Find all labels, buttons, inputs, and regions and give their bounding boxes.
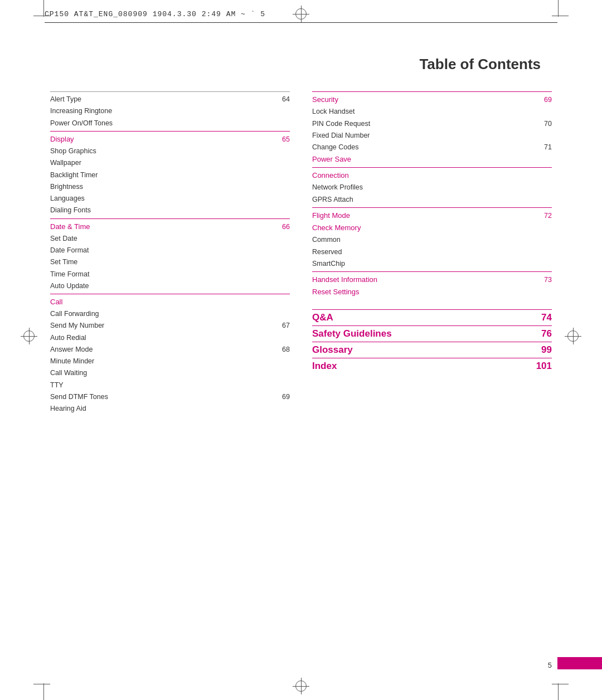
toc-entry: Auto Redial xyxy=(50,332,290,344)
entry-label: Power On/Off Tones xyxy=(50,118,273,129)
toc-entry: Network Profiles xyxy=(312,182,552,193)
entry-label: Languages xyxy=(50,193,273,205)
entry-label: Safety Guidelines xyxy=(312,328,541,339)
toc-entry: Dialing Fonts xyxy=(50,205,290,216)
toc-entry: Fixed Dial Number xyxy=(312,130,552,142)
divider xyxy=(50,218,290,219)
crop-mark xyxy=(43,0,44,17)
bottom-entry-safety: Safety Guidelines 76 xyxy=(312,325,552,342)
entry-label: Fixed Dial Number xyxy=(312,130,535,142)
toc-entry: Time Format xyxy=(50,269,290,280)
entry-label: Handset Information xyxy=(312,274,535,286)
toc-entry: PIN Code Request 70 xyxy=(312,118,552,130)
entry-page: 71 xyxy=(535,142,552,153)
crop-mark xyxy=(552,684,569,684)
entry-label: Security xyxy=(312,94,535,106)
toc-entry: Date & Time 66 xyxy=(50,221,290,233)
toc-entry: Wallpaper xyxy=(50,157,290,169)
toc-right-column: Security 69 Lock Handset PIN Code Reques… xyxy=(312,90,552,415)
toc-columns: Alert Type 64 Increasing Ringtone Power … xyxy=(50,90,552,415)
toc-entry: Handset Information 73 xyxy=(312,274,552,286)
header-bar: CP150 AT&T_ENG_080909 1904.3.30 2:49 AM … xyxy=(45,10,557,18)
toc-entry: Languages xyxy=(50,193,290,205)
entry-page: 101 xyxy=(536,361,552,372)
divider xyxy=(50,91,290,92)
toc-entry: Send My Number 67 xyxy=(50,320,290,332)
entry-label: Power Save xyxy=(312,153,535,166)
toc-entry: Connection xyxy=(312,169,552,182)
toc-entry: Set Time xyxy=(50,256,290,268)
entry-label: Set Time xyxy=(50,256,273,268)
toc-entry: Backlight Timer xyxy=(50,169,290,181)
entry-page: 68 xyxy=(273,344,290,356)
toc-entry: Date Format xyxy=(50,245,290,256)
toc-entry: Flight Mode 72 xyxy=(312,210,552,222)
entry-label: Index xyxy=(312,361,536,372)
entry-label: Flight Mode xyxy=(312,210,535,222)
toc-entry: Lock Handset xyxy=(312,106,552,118)
entry-page: 69 xyxy=(273,391,290,403)
entry-label: Change Codes xyxy=(312,142,535,153)
divider xyxy=(50,131,290,132)
crop-mark xyxy=(558,0,559,17)
bottom-entry-qa: Q&A 74 xyxy=(312,309,552,325)
toc-entry: SmartChip xyxy=(312,258,552,270)
entry-page: 72 xyxy=(535,210,552,222)
bottom-entries: Q&A 74 Safety Guidelines 76 Glossary 99 … xyxy=(312,309,552,374)
toc-entry: Call Forwarding xyxy=(50,308,290,320)
entry-label: Auto Redial xyxy=(50,332,273,344)
entry-label: Answer Mode xyxy=(50,344,273,356)
entry-label: Date & Time xyxy=(50,221,273,233)
entry-label: Auto Update xyxy=(50,280,273,292)
entry-label: TTY xyxy=(50,380,273,391)
main-content: Table of Contents Alert Type 64 Increasi… xyxy=(50,33,552,667)
entry-label: Call Forwarding xyxy=(50,308,273,320)
toc-entry: Display 65 xyxy=(50,133,290,145)
crop-mark xyxy=(558,683,559,700)
entry-label: Reserved xyxy=(312,246,535,258)
toc-entry: Call Waiting xyxy=(50,367,290,379)
bottom-entry-index: Index 101 xyxy=(312,358,552,374)
entry-label: Lock Handset xyxy=(312,106,535,118)
entry-label: Display xyxy=(50,133,273,145)
entry-label: Shop Graphics xyxy=(50,145,273,157)
entry-label: Common xyxy=(312,234,535,246)
entry-label: Increasing Ringtone xyxy=(50,105,273,117)
registration-mark xyxy=(567,330,579,342)
entry-label: SmartChip xyxy=(312,258,535,270)
divider xyxy=(312,167,552,168)
entry-label: Minute Minder xyxy=(50,356,273,367)
toc-entry: Send DTMF Tones 69 xyxy=(50,391,290,403)
entry-page: 76 xyxy=(541,328,552,339)
entry-label: Call xyxy=(50,296,273,308)
toc-entry: Hearing Aid xyxy=(50,403,290,415)
crop-mark xyxy=(33,684,50,684)
entry-label: Wallpaper xyxy=(50,157,273,169)
entry-label: Brightness xyxy=(50,181,273,193)
toc-entry: TTY xyxy=(50,380,290,391)
entry-label: Reset Settings xyxy=(312,286,535,298)
header-text: CP150 AT&T_ENG_080909 1904.3.30 2:49 AM … xyxy=(45,10,265,18)
toc-entry: Security 69 xyxy=(312,94,552,106)
entry-page: 73 xyxy=(535,274,552,286)
crop-mark xyxy=(43,683,44,700)
toc-entry: Brightness xyxy=(50,181,290,193)
entry-label: Q&A xyxy=(312,312,541,323)
page-number: 5 xyxy=(548,661,552,669)
toc-entry: Change Codes 71 xyxy=(312,142,552,153)
toc-entry: Increasing Ringtone xyxy=(50,105,290,117)
entry-page: 70 xyxy=(535,118,552,130)
entry-label: Hearing Aid xyxy=(50,403,273,415)
entry-page: 66 xyxy=(273,221,290,233)
divider xyxy=(312,207,552,208)
toc-entry: Power On/Off Tones xyxy=(50,118,290,129)
entry-label: Connection xyxy=(312,169,535,182)
entry-label: Send My Number xyxy=(50,320,273,332)
toc-entry: GPRS Attach xyxy=(312,194,552,206)
registration-mark xyxy=(295,680,307,692)
toc-entry: Check Memory xyxy=(312,222,552,234)
entry-page: 67 xyxy=(273,320,290,332)
toc-entry: Shop Graphics xyxy=(50,145,290,157)
entry-page: 65 xyxy=(273,134,290,145)
entry-page: 74 xyxy=(541,312,552,323)
